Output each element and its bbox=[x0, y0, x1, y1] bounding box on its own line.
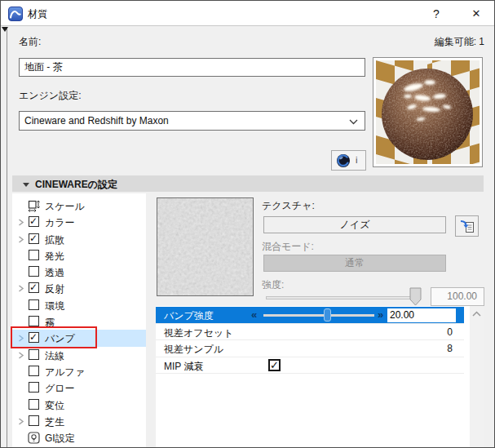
checkbox-checked[interactable] bbox=[29, 233, 39, 244]
row-label: MIP 減衰 bbox=[164, 360, 203, 374]
expand-chevron-icon[interactable] bbox=[17, 219, 24, 226]
tree-item-label: GI設定 bbox=[45, 432, 75, 446]
texture-label: テクスチャ: bbox=[262, 199, 315, 213]
engine-select[interactable]: Cineware and Redshift by Maxon bbox=[19, 111, 365, 131]
engine-select-value: Cineware and Redshift by Maxon bbox=[24, 115, 169, 126]
window-title: 材質 bbox=[28, 7, 47, 21]
bump-slider-thumb[interactable] bbox=[324, 308, 331, 322]
tree-item-displacement[interactable]: 変位 bbox=[12, 397, 146, 413]
archicad-logo-icon bbox=[8, 7, 23, 21]
strength-slider-track bbox=[266, 296, 421, 299]
tree-item-label: カラー bbox=[45, 216, 75, 230]
increment-chevrons[interactable]: » bbox=[378, 308, 383, 321]
engine-label: エンジン設定: bbox=[19, 89, 81, 103]
tree-item-glow[interactable]: グロー bbox=[12, 379, 146, 396]
row-value[interactable]: 8 bbox=[447, 343, 453, 354]
tree-item-label: 変位 bbox=[45, 399, 64, 413]
material-dialog: 材質 ? ✕ 名前: 編集可能: 1 エンジン設定: Cineware and … bbox=[0, 0, 495, 448]
row-parallax-samples[interactable]: 視差サンプル 8 bbox=[156, 340, 464, 357]
chevron-down-icon bbox=[349, 119, 358, 125]
tree-item-diffusion[interactable]: 拡散 bbox=[12, 231, 146, 247]
expand-chevron-icon[interactable] bbox=[17, 352, 24, 359]
section-title: CINEWAREの設定 bbox=[35, 179, 117, 190]
strength-slider-thumb bbox=[409, 287, 422, 306]
row-label: バンプ強度 bbox=[164, 309, 214, 323]
row-value[interactable]: 0 bbox=[447, 326, 453, 338]
checkbox-unchecked[interactable] bbox=[29, 415, 39, 426]
tree-item-label: グロー bbox=[45, 382, 75, 396]
checkbox-unchecked[interactable] bbox=[29, 366, 39, 376]
material-preview-image bbox=[376, 60, 480, 164]
tree-item-scale[interactable]: スケール bbox=[12, 197, 146, 214]
strength-value: 100.00 bbox=[431, 287, 484, 306]
name-input[interactable] bbox=[19, 58, 365, 77]
channel-tree: スケール カラー 拡散 発光 透過 反射 環境 bbox=[12, 193, 146, 448]
bump-slider-track[interactable] bbox=[263, 314, 374, 317]
scroll-up-icon[interactable] bbox=[472, 311, 481, 317]
tree-item-fog[interactable]: 霧 bbox=[12, 313, 146, 330]
row-bump-strength[interactable]: バンプ強度 « » 20.00 bbox=[156, 307, 464, 324]
texture-preview[interactable] bbox=[157, 197, 254, 296]
expand-chevron-icon[interactable] bbox=[17, 335, 24, 342]
checkbox-unchecked[interactable] bbox=[29, 266, 39, 277]
grip-triangle-icon bbox=[2, 27, 8, 32]
table-scrollbar[interactable] bbox=[470, 306, 484, 448]
checkbox-unchecked[interactable] bbox=[29, 316, 39, 326]
collapse-triangle-icon bbox=[23, 183, 29, 187]
tree-item-reflection[interactable]: 反射 bbox=[12, 280, 146, 296]
expand-chevron-icon[interactable] bbox=[17, 285, 24, 292]
checkbox-checked[interactable] bbox=[29, 332, 39, 343]
strength-label: 強度: bbox=[262, 278, 284, 292]
editable-count: 編集可能: 1 bbox=[435, 35, 484, 49]
load-texture-button[interactable] bbox=[455, 215, 479, 237]
noise-texture-image bbox=[157, 198, 253, 295]
help-button[interactable]: ? bbox=[426, 5, 446, 23]
mip-falloff-checkbox[interactable] bbox=[268, 359, 281, 371]
tree-item-label: 反射 bbox=[45, 282, 64, 296]
title-bar[interactable]: 材質 ? ✕ bbox=[1, 1, 494, 26]
tree-item-grass[interactable]: 芝生 bbox=[12, 413, 146, 429]
expand-chevron-icon[interactable] bbox=[17, 418, 24, 425]
row-mip-falloff[interactable]: MIP 減衰 bbox=[156, 357, 464, 375]
checkbox-unchecked[interactable] bbox=[29, 299, 39, 310]
tree-item-alpha[interactable]: アルファ bbox=[12, 363, 146, 379]
tree-item-environment[interactable]: 環境 bbox=[12, 297, 146, 313]
tree-item-color[interactable]: カラー bbox=[12, 214, 146, 230]
cineware-section-header[interactable]: CINEWAREの設定 bbox=[12, 175, 484, 192]
palette-grip[interactable] bbox=[1, 27, 7, 448]
bump-properties-table: バンプ強度 « » 20.00 視差オフセット 0 視差サンプル 8 MIP 減… bbox=[156, 306, 470, 448]
checkbox-unchecked[interactable] bbox=[29, 382, 39, 393]
tree-item-transparency[interactable]: 透過 bbox=[12, 264, 146, 280]
checkbox-checked[interactable] bbox=[29, 216, 39, 227]
row-parallax-offset[interactable]: 視差オフセット 0 bbox=[156, 324, 464, 341]
tree-item-label: バンプ bbox=[45, 332, 75, 346]
c4d-info-button[interactable]: i bbox=[331, 150, 366, 171]
tree-item-normal[interactable]: 法線 bbox=[12, 347, 146, 363]
blend-mode-label: 混合モード: bbox=[262, 240, 314, 254]
scale-icon bbox=[28, 200, 40, 212]
checkbox-unchecked[interactable] bbox=[29, 399, 39, 410]
row-label: 視差オフセット bbox=[164, 326, 233, 340]
texture-button[interactable]: ノイズ bbox=[263, 216, 446, 233]
checkbox-checked[interactable] bbox=[29, 282, 39, 293]
tree-item-gi-settings[interactable]: GI設定 bbox=[12, 429, 146, 446]
tree-item-label: 法線 bbox=[45, 349, 64, 363]
checkbox-unchecked[interactable] bbox=[29, 349, 39, 360]
tree-item-luminance[interactable]: 発光 bbox=[12, 247, 146, 264]
material-preview[interactable] bbox=[373, 57, 483, 167]
checkbox-unchecked[interactable] bbox=[29, 250, 39, 260]
tree-item-label: アルファ bbox=[45, 366, 85, 379]
tree-item-label: 芝生 bbox=[45, 415, 64, 429]
decrement-chevrons[interactable]: « bbox=[251, 308, 257, 321]
gi-settings-icon bbox=[28, 432, 40, 444]
row-label: 視差サンプル bbox=[164, 343, 223, 357]
tree-item-label: 環境 bbox=[45, 299, 64, 313]
load-texture-icon bbox=[459, 218, 475, 234]
tree-item-bump[interactable]: バンプ bbox=[12, 330, 146, 346]
expand-chevron-icon[interactable] bbox=[17, 236, 24, 243]
blend-mode-button: 通常 bbox=[263, 255, 446, 272]
tree-item-label: 透過 bbox=[45, 266, 64, 280]
tree-item-label: 拡散 bbox=[45, 233, 64, 247]
bump-strength-input[interactable]: 20.00 bbox=[387, 308, 456, 322]
close-button[interactable]: ✕ bbox=[465, 5, 488, 23]
